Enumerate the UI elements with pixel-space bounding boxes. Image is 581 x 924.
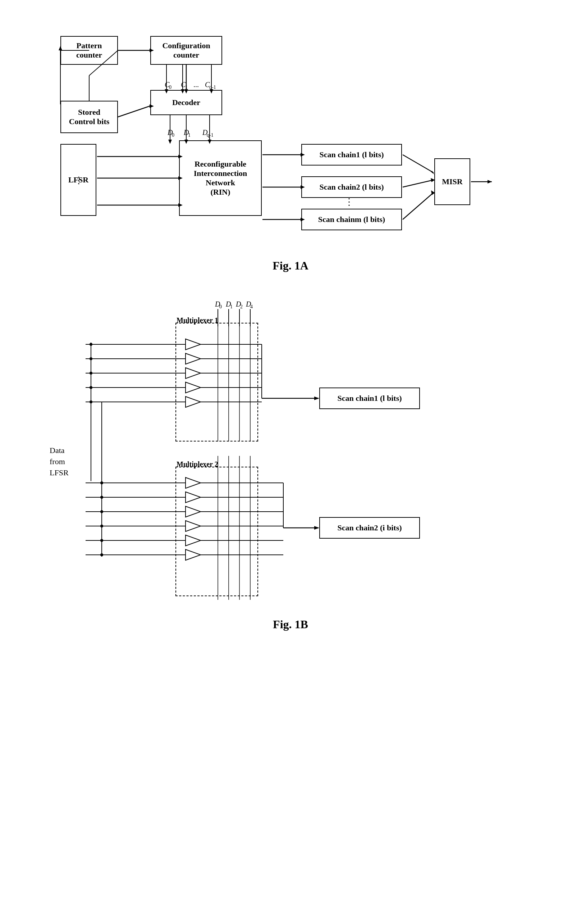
fig1b-svg: D 0 D 1 D 2 D 4 bbox=[39, 287, 542, 610]
svg-point-118 bbox=[89, 343, 92, 346]
svg-point-129 bbox=[100, 553, 103, 556]
stored-control-box: Stored Control bits bbox=[61, 101, 118, 133]
mux2-label: Multiplexer 2 bbox=[176, 460, 218, 469]
svg-point-122 bbox=[89, 401, 92, 403]
scan-chainm-box: Scan chainm (l bits) bbox=[301, 209, 402, 230]
svg-marker-52 bbox=[487, 180, 492, 183]
scan-chain1b-box: Scan chain1 (l bits) bbox=[319, 388, 420, 409]
svg-text:C: C bbox=[181, 81, 186, 89]
svg-point-126 bbox=[100, 510, 103, 513]
fig1b-label: Fig. 1B bbox=[15, 618, 567, 631]
svg-marker-46 bbox=[431, 171, 434, 175]
fig1a-label: Fig. 1A bbox=[15, 259, 567, 272]
svg-point-125 bbox=[100, 496, 103, 499]
pattern-counter-label: Pattern counter bbox=[76, 41, 102, 60]
svg-point-121 bbox=[89, 386, 92, 389]
stored-control-label: Stored Control bits bbox=[69, 107, 110, 126]
svg-point-128 bbox=[100, 539, 103, 542]
svg-text:4: 4 bbox=[250, 304, 253, 309]
svg-point-124 bbox=[100, 482, 103, 484]
svg-text:1: 1 bbox=[230, 304, 233, 309]
svg-text:1: 1 bbox=[188, 132, 191, 138]
svg-text:0: 0 bbox=[219, 304, 222, 309]
lfsr-box: LFSR bbox=[61, 144, 96, 216]
svg-point-127 bbox=[100, 525, 103, 528]
svg-text:0: 0 bbox=[172, 132, 174, 138]
decoder-label: Decoder bbox=[172, 98, 200, 107]
svg-line-45 bbox=[403, 155, 434, 173]
svg-text:D: D bbox=[167, 129, 173, 136]
scan-chainm-label: Scan chainm (l bits) bbox=[318, 215, 385, 224]
svg-text:q-1: q-1 bbox=[207, 132, 214, 138]
scan-chain2-box: Scan chain2 (l bits) bbox=[301, 176, 402, 198]
misr-label: MISR bbox=[442, 177, 462, 186]
svg-text:D: D bbox=[202, 129, 208, 136]
rin-box: Reconfigurable Interconnection Network (… bbox=[179, 140, 262, 216]
scan-chain2b-label: Scan chain2 (i bits) bbox=[337, 523, 402, 533]
scan-chain2b-box: Scan chain2 (i bits) bbox=[319, 517, 420, 539]
svg-text:1: 1 bbox=[185, 84, 188, 90]
mux1-label: Multiplexer 1 bbox=[176, 316, 218, 325]
svg-text:D: D bbox=[183, 129, 189, 136]
svg-text:0: 0 bbox=[169, 84, 171, 90]
svg-text:D: D bbox=[225, 300, 231, 308]
svg-text:C: C bbox=[165, 81, 170, 89]
svg-marker-26 bbox=[168, 140, 172, 144]
svg-line-49 bbox=[403, 193, 434, 219]
scan-chain1-label: Scan chain1 (l bits) bbox=[319, 150, 383, 159]
svg-text:d-1: d-1 bbox=[209, 84, 216, 90]
decoder-box: Decoder bbox=[150, 90, 222, 115]
rin-label: Reconfigurable Interconnection Network (… bbox=[194, 159, 247, 197]
svg-point-119 bbox=[89, 357, 92, 360]
svg-text:D: D bbox=[245, 300, 251, 308]
multiplexer1-box bbox=[176, 323, 258, 442]
scan-chain1-box: Scan chain1 (l bits) bbox=[301, 144, 402, 165]
config-counter-label: Configuration counter bbox=[162, 41, 210, 60]
data-from-lfsr-label: Data from LFSR bbox=[49, 445, 69, 478]
svg-marker-108 bbox=[314, 526, 319, 530]
pattern-counter-box: Pattern counter bbox=[61, 36, 118, 65]
svg-line-47 bbox=[403, 180, 434, 187]
svg-text:D: D bbox=[235, 300, 241, 308]
svg-text:D: D bbox=[215, 300, 221, 308]
svg-text:2: 2 bbox=[240, 304, 243, 309]
multiplexer2-box bbox=[176, 467, 258, 596]
lfsr-label: LFSR bbox=[68, 175, 89, 185]
scan-chain1b-label: Scan chain1 (l bits) bbox=[337, 394, 402, 403]
scan-chain2-label: Scan chain2 (l bits) bbox=[319, 182, 383, 192]
fig1b-diagram: Data from LFSR Multiplexer 1 Multiplexer… bbox=[39, 287, 542, 610]
svg-line-4 bbox=[118, 106, 150, 117]
svg-point-120 bbox=[89, 372, 92, 375]
svg-text:C: C bbox=[205, 81, 210, 89]
misr-box: MISR bbox=[434, 158, 470, 205]
fig1a-diagram: Pattern counter Configuration counter St… bbox=[39, 29, 542, 252]
svg-text:...: ... bbox=[193, 81, 199, 89]
config-counter-box: Configuration counter bbox=[150, 36, 222, 65]
svg-marker-99 bbox=[314, 396, 319, 400]
svg-text:⋮: ⋮ bbox=[344, 197, 354, 207]
page: Pattern counter Configuration counter St… bbox=[0, 0, 581, 924]
